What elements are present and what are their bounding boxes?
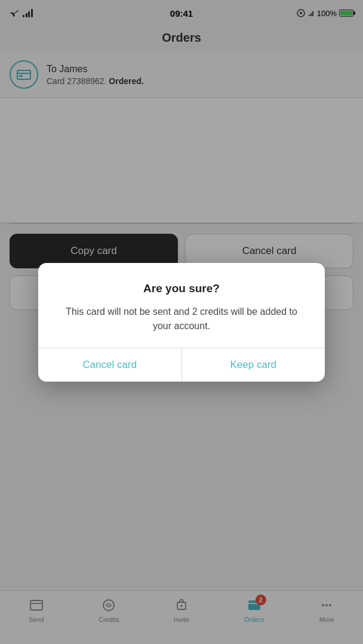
dialog-title: Are you sure? bbox=[56, 282, 307, 295]
dialog-cancel-button[interactable]: Cancel card bbox=[38, 348, 182, 382]
dialog-keep-button[interactable]: Keep card bbox=[182, 348, 325, 382]
dialog-actions: Cancel card Keep card bbox=[38, 348, 325, 382]
dialog-body: Are you sure? This card will not be sent… bbox=[38, 263, 325, 348]
confirmation-dialog: Are you sure? This card will not be sent… bbox=[38, 263, 325, 382]
modal-overlay: Are you sure? This card will not be sent… bbox=[0, 0, 363, 644]
dialog-message: This card will not be sent and 2 credits… bbox=[56, 305, 307, 333]
